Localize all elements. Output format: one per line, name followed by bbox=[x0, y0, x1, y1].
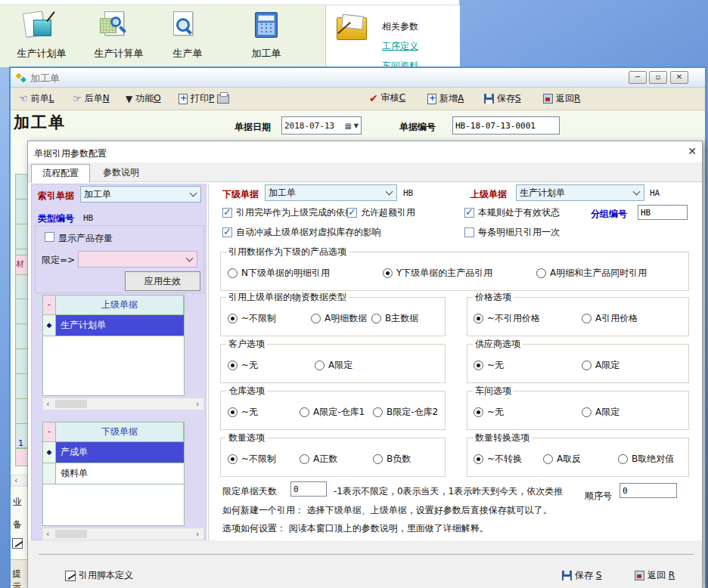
radio-detail-ref[interactable]: N下级单据的明细引用 bbox=[228, 267, 330, 280]
radio-qty-positive[interactable]: A正数 bbox=[300, 453, 337, 466]
radio-warehouse-2[interactable]: B限定-仓库2 bbox=[373, 406, 438, 419]
radio-icon[interactable] bbox=[474, 361, 483, 370]
function-button[interactable]: ▼ 功能O bbox=[126, 92, 161, 105]
radio-icon[interactable] bbox=[228, 268, 238, 278]
group-code-input[interactable] bbox=[638, 205, 688, 220]
sequence-input[interactable] bbox=[620, 483, 677, 498]
radio-customer-limit[interactable]: A限定 bbox=[315, 359, 352, 372]
radio-no-transform[interactable]: ~不转换 bbox=[474, 453, 522, 466]
radio-detail-data[interactable]: A明细数据 bbox=[311, 312, 367, 325]
radio-no-limit[interactable]: ~不限制 bbox=[228, 312, 276, 325]
radio-no-price[interactable]: ~不引用价格 bbox=[474, 312, 540, 325]
radio-icon[interactable] bbox=[228, 361, 238, 370]
checkbox-icon[interactable] bbox=[464, 227, 474, 237]
radio-icon[interactable] bbox=[582, 361, 592, 370]
launcher-item-processing-order[interactable]: 加工单 bbox=[232, 9, 300, 60]
radio-main-data[interactable]: B主数据 bbox=[371, 312, 418, 325]
dialog-save-button[interactable]: 保存 S bbox=[562, 569, 601, 582]
radio-icon[interactable] bbox=[373, 454, 383, 464]
radio-use-price[interactable]: A引用价格 bbox=[582, 312, 638, 325]
radio-negate[interactable]: A取反 bbox=[543, 453, 581, 466]
upper-grid-row-selected[interactable]: 生产计划单 bbox=[56, 315, 184, 336]
script-definition-button[interactable]: 引用脚本定义 bbox=[65, 569, 133, 582]
show-stock-label[interactable]: 显示产品存量 bbox=[58, 232, 113, 245]
radio-icon[interactable] bbox=[582, 407, 592, 417]
radio-icon[interactable] bbox=[536, 268, 546, 278]
scroll-right-icon[interactable]: › bbox=[196, 529, 199, 539]
radio-icon[interactable] bbox=[315, 361, 324, 370]
dialog-back-button[interactable]: 返回 R bbox=[635, 569, 675, 582]
radio-icon[interactable] bbox=[300, 407, 309, 417]
launcher-item-production-order[interactable]: 生产单 bbox=[154, 9, 222, 60]
index-doc-combo[interactable]: 加工单 bbox=[80, 186, 201, 203]
save-button[interactable]: 保存S bbox=[484, 92, 521, 105]
radio-icon[interactable] bbox=[543, 454, 553, 464]
close-button[interactable]: ✕ bbox=[670, 71, 688, 84]
radio-icon[interactable] bbox=[300, 454, 309, 464]
radio-icon[interactable] bbox=[228, 454, 238, 464]
radio-icon[interactable] bbox=[228, 407, 238, 417]
radio-supplier-none[interactable]: ~无 bbox=[474, 359, 504, 372]
radio-qty-negative[interactable]: B负数 bbox=[373, 453, 411, 466]
checkbox-ref-complete[interactable]: 引用完毕作为上级完成的依据 bbox=[222, 206, 354, 219]
lower-grid-hscrollbar[interactable]: ‹ › bbox=[42, 528, 204, 540]
radio-icon[interactable] bbox=[474, 407, 483, 417]
add-button[interactable]: 新增A bbox=[427, 92, 464, 105]
maximize-button[interactable]: ▫ bbox=[649, 71, 667, 84]
radio-supplier-limit[interactable]: A限定 bbox=[582, 359, 620, 372]
dialog-close-icon[interactable]: ✕ bbox=[685, 145, 700, 159]
checkbox-single-ref[interactable]: 每条明细只引用一次 bbox=[464, 226, 560, 239]
checkbox-allow-excess[interactable]: 允许超额引用 bbox=[347, 206, 415, 219]
radio-main-product-ref[interactable]: Y下级单据的主产品引用 bbox=[383, 267, 492, 280]
launcher-item-production-plan[interactable]: 生产计划单 bbox=[8, 9, 76, 60]
prev-doc-button[interactable]: ☜ 前单L bbox=[19, 92, 54, 105]
radio-icon[interactable] bbox=[474, 454, 483, 464]
radio-icon[interactable] bbox=[373, 407, 383, 417]
radio-icon[interactable] bbox=[371, 314, 381, 323]
radio-icon[interactable] bbox=[618, 454, 628, 464]
lower-doc-combo[interactable]: 加工单 bbox=[265, 184, 397, 201]
radio-workshop-limit[interactable]: A限定 bbox=[582, 406, 620, 419]
checkbox-icon[interactable] bbox=[464, 208, 474, 218]
radio-icon[interactable] bbox=[474, 314, 483, 323]
radio-icon[interactable] bbox=[582, 314, 592, 323]
background-hscrollbar[interactable]: ‹ bbox=[11, 475, 27, 487]
show-stock-checkbox[interactable] bbox=[45, 232, 54, 242]
radio-workshop-none[interactable]: ~无 bbox=[474, 406, 504, 419]
panel-splitter[interactable] bbox=[208, 184, 209, 540]
lower-grid-row-selected[interactable]: 产成单 bbox=[56, 442, 184, 463]
limit-days-input[interactable] bbox=[290, 481, 327, 497]
radio-both-ref[interactable]: A明细和主产品同时引用 bbox=[536, 267, 647, 280]
next-doc-button[interactable]: ☞ 后单N bbox=[73, 92, 110, 105]
scroll-left-icon[interactable]: ‹ bbox=[46, 529, 49, 539]
process-definition-link[interactable]: 工序定义 bbox=[382, 40, 418, 53]
limit-combo[interactable] bbox=[78, 251, 197, 268]
radio-icon[interactable] bbox=[383, 268, 393, 278]
back-button[interactable]: 返回R bbox=[543, 92, 580, 105]
apply-button[interactable]: 应用生效 bbox=[125, 271, 200, 291]
radio-customer-none[interactable]: ~无 bbox=[228, 359, 258, 372]
doc-date-picker[interactable]: 2018-07-13 ▦ ▼ bbox=[281, 116, 362, 135]
radio-icon[interactable] bbox=[311, 314, 321, 323]
doc-no-input[interactable] bbox=[452, 116, 560, 135]
checkbox-icon[interactable] bbox=[222, 208, 232, 218]
tab-flow-config[interactable]: 流程配置 bbox=[31, 164, 90, 183]
audit-button[interactable]: ✔ 审核C bbox=[369, 91, 405, 104]
radio-qty-none[interactable]: ~不限制 bbox=[228, 453, 276, 466]
radio-warehouse-none[interactable]: ~无 bbox=[228, 406, 258, 419]
radio-icon[interactable] bbox=[228, 314, 238, 323]
scroll-right-icon[interactable]: › bbox=[196, 399, 199, 409]
checkbox-rule-active[interactable]: 本规则处于有效状态 bbox=[464, 206, 560, 219]
radio-absolute[interactable]: B取绝对值 bbox=[618, 453, 674, 466]
lower-grid-row[interactable]: 领料单 bbox=[56, 463, 184, 484]
scroll-left-icon[interactable]: ‹ bbox=[46, 399, 49, 409]
checkbox-icon[interactable] bbox=[222, 227, 232, 237]
radio-warehouse-1[interactable]: A限定-仓库1 bbox=[300, 406, 365, 419]
minimize-button[interactable]: ─ bbox=[629, 71, 647, 84]
checkbox-auto-offset[interactable]: 自动冲减上级单据对虚拟库存的影响 bbox=[222, 226, 381, 239]
checkbox-icon[interactable] bbox=[347, 208, 357, 218]
launcher-item-production-calc[interactable]: 生产计算单 bbox=[85, 9, 153, 60]
upper-grid-hscrollbar[interactable]: ‹ › bbox=[42, 398, 204, 410]
upper-doc-combo[interactable]: 生产计划单 bbox=[516, 184, 644, 201]
scrollbar-thumb[interactable] bbox=[55, 400, 87, 408]
